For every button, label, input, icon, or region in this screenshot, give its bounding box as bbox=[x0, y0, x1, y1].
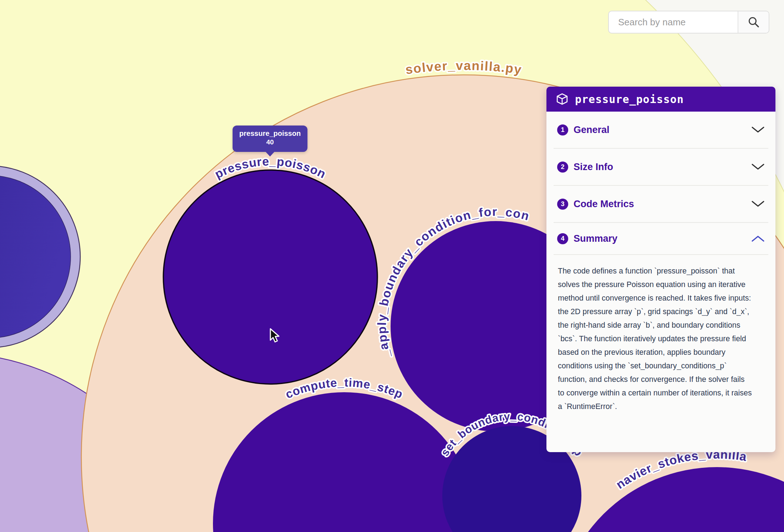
package-icon bbox=[556, 93, 569, 106]
chevron-down-icon bbox=[751, 163, 765, 170]
chevron-up-icon bbox=[751, 235, 765, 242]
search-bar bbox=[608, 11, 769, 34]
panel-header: pressure_poisson bbox=[546, 87, 775, 112]
tooltip-value: 40 bbox=[233, 138, 307, 147]
tooltip-title: pressure_poisson bbox=[233, 129, 307, 138]
section-size-info[interactable]: 2 Size Info bbox=[546, 149, 775, 185]
panel-title: pressure_poisson bbox=[575, 93, 684, 106]
bubble-pressure-poisson[interactable] bbox=[163, 170, 377, 384]
section-number-badge: 3 bbox=[557, 199, 568, 210]
search-button[interactable] bbox=[738, 11, 769, 33]
tooltip-arrow bbox=[265, 152, 275, 157]
section-code-metrics[interactable]: 3 Code Metrics bbox=[546, 186, 775, 222]
section-number-badge: 2 bbox=[557, 162, 568, 173]
hover-tooltip: pressure_poisson 40 bbox=[233, 126, 307, 152]
chevron-down-icon bbox=[751, 126, 765, 133]
section-number-badge: 1 bbox=[557, 124, 568, 135]
search-icon bbox=[747, 16, 760, 29]
section-general[interactable]: 1 General bbox=[546, 112, 775, 148]
section-size-info-label: Size Info bbox=[574, 162, 751, 173]
chevron-down-icon bbox=[751, 200, 765, 208]
mouse-cursor bbox=[268, 327, 282, 344]
details-panel: pressure_poisson 1 General 2 Size Info 3… bbox=[546, 87, 775, 452]
section-summary-label: Summary bbox=[574, 233, 751, 244]
search-input[interactable] bbox=[609, 11, 738, 33]
summary-text: The code defines a function `pressure_po… bbox=[546, 255, 764, 413]
section-summary[interactable]: 4 Summary bbox=[546, 223, 775, 254]
section-code-metrics-label: Code Metrics bbox=[574, 199, 751, 210]
section-number-badge: 4 bbox=[557, 233, 568, 244]
section-general-label: General bbox=[574, 124, 751, 135]
